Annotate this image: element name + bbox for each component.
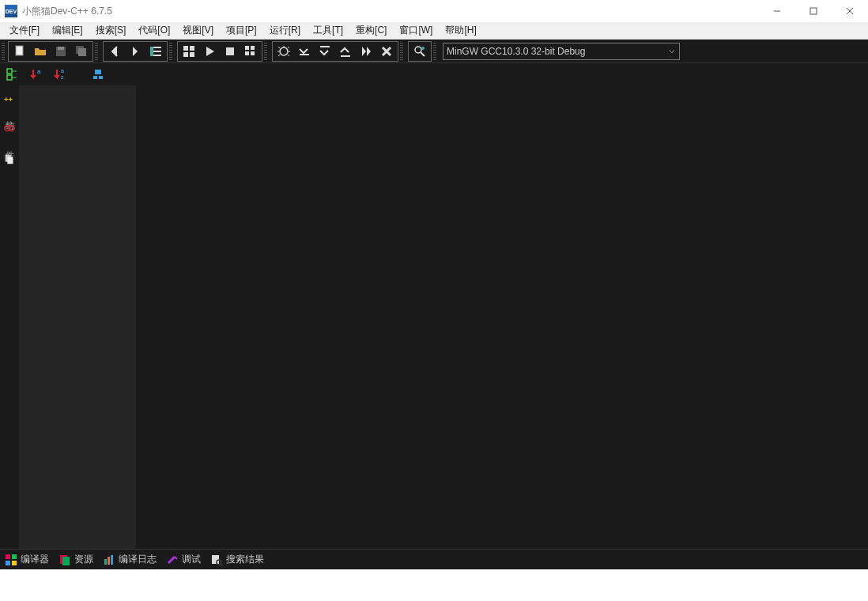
svg-line-25 <box>288 47 289 48</box>
refresh-classes-button[interactable] <box>89 66 108 83</box>
tab-cpp[interactable]: ++ <box>1 89 18 109</box>
toolbar-main: MinGW GCC10.3.0 32-bit Debug <box>0 40 868 63</box>
menu-help[interactable]: 帮助[H] <box>439 22 482 39</box>
svg-line-64 <box>221 564 222 565</box>
menu-refactor[interactable]: 重构[C] <box>349 22 393 39</box>
menu-view[interactable]: 视图[V] <box>176 22 220 39</box>
tab-compile-log-label: 编译日志 <box>119 553 157 566</box>
svg-rect-58 <box>62 557 70 565</box>
back-button[interactable] <box>104 43 125 60</box>
window-title: 小熊猫Dev-C++ 6.7.5 <box>22 5 759 18</box>
step-into-button[interactable] <box>315 43 335 60</box>
svg-rect-52 <box>7 157 13 164</box>
svg-text:z: z <box>61 74 64 80</box>
svg-rect-61 <box>111 555 113 565</box>
svg-rect-59 <box>104 559 107 565</box>
svg-point-50 <box>9 126 14 131</box>
tab-debug[interactable]: 调试 <box>166 553 201 566</box>
compiler-select[interactable]: MinGW GCC10.3.0 32-bit Debug <box>443 43 680 60</box>
svg-line-28 <box>278 55 280 56</box>
tab-compiler[interactable]: 编译器 <box>5 553 49 566</box>
compile-run-button[interactable] <box>240 43 261 60</box>
svg-rect-46 <box>93 76 97 79</box>
tab-search-results[interactable]: 搜索结果 <box>210 553 264 566</box>
svg-rect-14 <box>190 46 194 51</box>
maximize-button[interactable] <box>795 0 832 22</box>
continue-button[interactable] <box>356 43 376 60</box>
compile-button[interactable] <box>179 43 199 60</box>
svg-text:a: a <box>61 68 64 74</box>
svg-rect-13 <box>183 46 188 51</box>
svg-rect-15 <box>183 52 188 57</box>
svg-text:a: a <box>37 68 41 75</box>
save-all-button[interactable] <box>71 43 92 60</box>
step-out-button[interactable] <box>335 43 356 60</box>
class-view-button[interactable] <box>3 66 22 83</box>
menu-run[interactable]: 运行[R] <box>263 22 307 39</box>
svg-rect-17 <box>226 47 234 55</box>
svg-rect-18 <box>245 46 249 50</box>
save-button[interactable] <box>51 43 71 60</box>
sort-by-type-button[interactable]: a <box>27 66 46 83</box>
forward-button[interactable] <box>125 43 145 60</box>
tab-resources[interactable]: 资源 <box>58 553 93 566</box>
toolbar-handle[interactable] <box>433 43 436 60</box>
run-button[interactable] <box>199 43 220 60</box>
editor-area[interactable] <box>136 85 868 549</box>
svg-rect-45 <box>95 70 101 74</box>
svg-line-36 <box>421 52 425 56</box>
minimize-button[interactable] <box>759 0 795 22</box>
svg-rect-8 <box>78 48 86 56</box>
svg-rect-6 <box>58 47 64 50</box>
menu-code[interactable]: 代码[O] <box>132 22 176 39</box>
main-area: ++ 结构 文件 <box>0 85 868 549</box>
tab-search-results-label: 搜索结果 <box>226 553 264 566</box>
close-button[interactable] <box>832 0 868 22</box>
svg-rect-16 <box>190 52 194 57</box>
step-over-button[interactable] <box>294 43 315 60</box>
titlebar: DEV 小熊猫Dev-C++ 6.7.5 <box>0 0 868 22</box>
stop-debug-button[interactable] <box>376 43 397 60</box>
menu-search[interactable]: 搜索[S] <box>89 22 133 39</box>
tab-files[interactable]: 文件 <box>4 141 16 147</box>
compiler-select-value: MinGW GCC10.3.0 32-bit Debug <box>447 46 585 57</box>
tab-resources-label: 资源 <box>74 553 93 566</box>
svg-rect-1 <box>810 8 817 14</box>
svg-text:++: ++ <box>4 95 13 104</box>
svg-rect-60 <box>108 557 110 565</box>
open-file-button[interactable] <box>30 43 51 60</box>
svg-rect-39 <box>7 75 12 80</box>
tab-files-icon[interactable] <box>1 149 18 169</box>
app-icon: DEV <box>5 5 17 17</box>
menu-edit[interactable]: 编辑[E] <box>46 22 89 39</box>
menu-window[interactable]: 窗口[W] <box>393 22 439 39</box>
svg-point-37 <box>421 47 425 50</box>
toolbar-handle[interactable] <box>400 43 403 60</box>
sort-alpha-button[interactable]: az <box>51 66 70 83</box>
side-panel <box>19 85 136 549</box>
tab-structure[interactable]: 结构 <box>4 111 16 117</box>
tab-compiler-label: 编译器 <box>21 553 49 566</box>
svg-point-22 <box>280 47 288 55</box>
debug-button[interactable] <box>274 43 294 60</box>
toolbar-class-browser: a az <box>0 63 868 85</box>
svg-rect-47 <box>99 76 103 79</box>
goto-line-button[interactable] <box>145 43 166 60</box>
toolbar-handle[interactable] <box>264 43 267 60</box>
menu-tools[interactable]: 工具[T] <box>307 22 349 39</box>
toolbar-handle[interactable] <box>2 43 5 60</box>
svg-rect-56 <box>12 561 17 565</box>
new-file-button[interactable] <box>9 43 30 60</box>
toolbar-handle[interactable] <box>169 43 172 60</box>
tab-debug-label: 调试 <box>182 553 201 566</box>
toolbar-handle[interactable] <box>95 43 98 60</box>
add-watch-button[interactable] <box>409 43 430 60</box>
menubar: 文件[F] 编辑[E] 搜索[S] 代码[O] 视图[V] 项目[P] 运行[R… <box>0 22 868 40</box>
tab-compile-log[interactable]: 编译日志 <box>103 553 157 566</box>
svg-line-29 <box>288 55 289 56</box>
stop-button[interactable] <box>220 43 240 60</box>
menu-file[interactable]: 文件[F] <box>3 22 46 39</box>
tab-watch-icon[interactable] <box>1 119 18 139</box>
svg-rect-20 <box>245 51 249 55</box>
menu-project[interactable]: 项目[P] <box>220 22 263 39</box>
